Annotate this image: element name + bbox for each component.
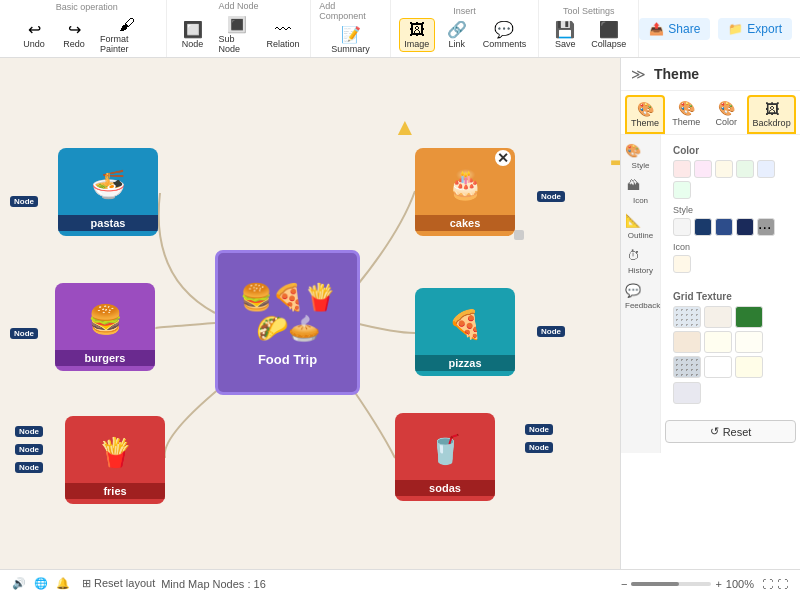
toolbar-right: 📤 Share 📁 Export	[639, 18, 792, 40]
cakes-resize-handle[interactable]	[514, 230, 524, 240]
fit-screen-button[interactable]: ⛶	[762, 578, 773, 590]
style-swatch-4[interactable]: ···	[757, 218, 775, 236]
subnode-button[interactable]: 🔳 Sub Node	[215, 13, 260, 56]
right-panel: ≫ Theme 🎨 Theme 🎨 Theme 🎨 Color 🖼 Backdr…	[620, 58, 800, 569]
texture-9[interactable]	[673, 382, 701, 404]
bottom-icon-3[interactable]: 🔔	[56, 577, 70, 590]
tab-backdrop[interactable]: 🖼 Backdrop	[747, 95, 796, 134]
image-button[interactable]: 🖼 Image	[399, 18, 435, 52]
style-tab-icon: 🎨	[678, 100, 695, 116]
pizzas-node[interactable]: 🍕 pizzas	[415, 288, 515, 376]
main-area: ▲ ➡ 🍔🍕🍟🌮🥧 Food Trip	[0, 58, 800, 569]
color-swatch-5[interactable]	[673, 181, 691, 199]
export-button[interactable]: 📁 Export	[718, 18, 792, 40]
tab-color[interactable]: 🎨 Color	[707, 95, 745, 134]
icon-swatch-0[interactable]	[673, 255, 691, 273]
format-painter-label: Format Painter	[100, 34, 154, 54]
collapse-button[interactable]: ⬛ Collapse	[587, 18, 630, 51]
toolsettings-label: Tool Settings	[563, 6, 615, 16]
grid-texture-label: Grid Texture	[673, 291, 788, 302]
sodas-label: sodas	[395, 480, 495, 496]
format-painter-button[interactable]: 🖌 Format Painter	[96, 14, 158, 56]
color-swatch-4[interactable]	[757, 160, 775, 178]
pizzas-badge[interactable]: Node	[537, 326, 565, 337]
texture-8[interactable]	[735, 356, 763, 378]
toolbar-group-insert: Insert 🖼 Image 🔗 Link 💬 Comments	[391, 0, 540, 57]
fries-badge-1[interactable]: Node	[15, 426, 43, 437]
fries-badge-3[interactable]: Node	[15, 462, 43, 473]
format-painter-icon: 🖌	[119, 16, 135, 34]
burgers-node[interactable]: 🍔 burgers	[55, 283, 155, 371]
color-swatch-2[interactable]	[715, 160, 733, 178]
redo-label: Redo	[63, 39, 85, 49]
link-icon: 🔗	[447, 20, 467, 39]
canvas[interactable]: ▲ ➡ 🍔🍕🍟🌮🥧 Food Trip	[0, 58, 620, 569]
link-button[interactable]: 🔗 Link	[439, 18, 475, 51]
sodas-node[interactable]: 🥤 sodas	[395, 413, 495, 501]
texture-5[interactable]	[735, 331, 763, 353]
backdrop-tab-label: Backdrop	[753, 118, 791, 128]
relation-icon: 〰	[275, 21, 291, 39]
center-node[interactable]: 🍔🍕🍟🌮🥧 Food Trip	[215, 250, 360, 395]
cakes-badge[interactable]: Node	[537, 191, 565, 202]
texture-6[interactable]	[673, 356, 701, 378]
sodas-badge-1[interactable]: Node	[525, 424, 553, 435]
style-swatch-0[interactable]	[673, 218, 691, 236]
basic-op-label: Basic operation	[56, 2, 118, 12]
link-label: Link	[448, 39, 465, 49]
share-button[interactable]: 📤 Share	[639, 18, 710, 40]
burgers-badge[interactable]: Node	[10, 328, 38, 339]
node-button[interactable]: 🔲 Node	[175, 18, 211, 51]
pastas-badge[interactable]: Node	[10, 196, 38, 207]
undo-button[interactable]: ↩ Undo	[16, 18, 52, 51]
icon-row-label: Icon	[673, 242, 788, 252]
texture-4[interactable]	[704, 331, 732, 353]
color-swatch-1[interactable]	[694, 160, 712, 178]
center-node-label: Food Trip	[258, 352, 317, 367]
color-swatch-3[interactable]	[736, 160, 754, 178]
side-icon-feedback: 💬	[625, 283, 656, 298]
bottom-icon-1[interactable]: 🔊	[12, 577, 26, 590]
style-swatch-1[interactable]	[694, 218, 712, 236]
panel-collapse-button[interactable]: ≫	[631, 66, 646, 82]
summary-button[interactable]: 📝 Summary	[327, 23, 374, 56]
cakes-node[interactable]: ✕ 🎂 cakes	[415, 148, 515, 236]
tab-theme[interactable]: 🎨 Theme	[625, 95, 665, 134]
color-tab-icon: 🎨	[718, 100, 735, 116]
sodas-badge-2[interactable]: Node	[525, 442, 553, 453]
save-button[interactable]: 💾 Save	[547, 18, 583, 51]
fries-node[interactable]: 🍟 fries	[65, 416, 165, 504]
cakes-close-icon[interactable]: ✕	[495, 150, 511, 166]
zoom-slider[interactable]	[631, 582, 711, 586]
texture-3[interactable]	[673, 331, 701, 353]
texture-grid-2	[673, 382, 788, 404]
bottom-info: ⊞ Reset layout Mind Map Nodes : 16	[82, 577, 266, 590]
panel-tabs: 🎨 Theme 🎨 Theme 🎨 Color 🖼 Backdrop	[621, 91, 800, 135]
style-swatch-2[interactable]	[715, 218, 733, 236]
toolbar: Basic operation ↩ Undo ↪ Redo 🖌 Format P…	[0, 0, 800, 58]
fullscreen-button[interactable]: ⛶	[777, 578, 788, 590]
redo-button[interactable]: ↪ Redo	[56, 18, 92, 51]
color-section-label: Color	[673, 145, 788, 156]
comments-icon: 💬	[494, 20, 514, 39]
texture-2[interactable]	[735, 306, 763, 328]
theme-tab-icon: 🎨	[637, 101, 654, 117]
undo-icon: ↩	[28, 20, 41, 39]
zoom-out-button[interactable]: −	[621, 578, 627, 590]
texture-0[interactable]	[673, 306, 701, 328]
fries-badge-2[interactable]: Node	[15, 444, 43, 455]
style-swatch-3[interactable]	[736, 218, 754, 236]
texture-7[interactable]	[704, 356, 732, 378]
color-swatch-0[interactable]	[673, 160, 691, 178]
tab-style[interactable]: 🎨 Theme	[667, 95, 705, 134]
zoom-in-button[interactable]: +	[715, 578, 721, 590]
texture-1[interactable]	[704, 306, 732, 328]
relation-button[interactable]: 〰 Relation	[264, 19, 303, 51]
reset-layout-label[interactable]: ⊞ Reset layout	[82, 577, 155, 590]
icon-icon: 🏔	[625, 178, 641, 193]
reset-button[interactable]: ↺ Reset	[665, 420, 796, 443]
comments-button[interactable]: 💬 Comments	[479, 18, 531, 51]
bottom-icon-2[interactable]: 🌐	[34, 577, 48, 590]
pastas-node[interactable]: 🍜 pastas	[58, 148, 158, 236]
zoom-control: − + 100% ⛶ ⛶	[621, 578, 788, 590]
